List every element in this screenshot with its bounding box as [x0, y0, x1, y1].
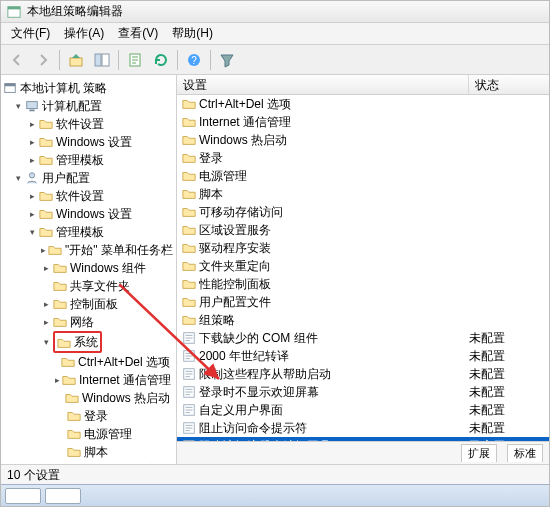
tree-node-system[interactable]: ▾系统 — [3, 331, 174, 353]
list-item[interactable]: 下载缺少的 COM 组件未配置 — [177, 329, 549, 347]
tree-node[interactable]: ▸Windows 设置 — [3, 133, 174, 151]
expand-icon[interactable]: ▸ — [55, 375, 60, 385]
folder-icon — [53, 261, 67, 275]
app-icon — [7, 5, 21, 19]
list-item[interactable]: 区域设置服务 — [177, 221, 549, 239]
tree-node[interactable]: ▸网络 — [3, 313, 174, 331]
tree-node[interactable]: ▸"开始" 菜单和任务栏 — [3, 241, 174, 259]
list-item[interactable]: 限制这些程序从帮助启动未配置 — [177, 365, 549, 383]
list-item[interactable]: Windows 热启动 — [177, 131, 549, 149]
menu-action[interactable]: 操作(A) — [58, 23, 110, 44]
tree-node-computer[interactable]: ▾计算机配置 — [3, 97, 174, 115]
refresh-button[interactable] — [149, 48, 173, 72]
tree-node[interactable]: ▸Internet 通信管理 — [3, 371, 174, 389]
list-item[interactable]: 组策略 — [177, 311, 549, 329]
menu-help[interactable]: 帮助(H) — [166, 23, 219, 44]
tree-node[interactable]: Windows 热启动 — [3, 389, 174, 407]
tree-label: Internet 通信管理 — [79, 371, 171, 389]
settings-list[interactable]: Ctrl+Alt+Del 选项Internet 通信管理Windows 热启动登… — [177, 95, 549, 441]
taskbar-button[interactable] — [5, 488, 41, 504]
tree-pane[interactable]: 本地计算机 策略 ▾计算机配置 ▸软件设置 ▸Windows 设置 ▸管理模板 … — [1, 75, 177, 464]
collapse-icon[interactable]: ▾ — [41, 337, 51, 347]
list-item[interactable]: 文件夹重定向 — [177, 257, 549, 275]
taskbar-button[interactable] — [45, 488, 81, 504]
tree-node[interactable]: ▸管理模板 — [3, 151, 174, 169]
tree-node[interactable]: 共享文件夹 — [3, 277, 174, 295]
expand-icon[interactable]: ▸ — [27, 137, 37, 147]
folder-icon — [67, 463, 81, 464]
list-item[interactable]: Ctrl+Alt+Del 选项 — [177, 95, 549, 113]
svg-rect-1 — [8, 6, 20, 9]
expand-icon[interactable]: ▸ — [41, 317, 51, 327]
taskbar — [1, 484, 549, 506]
filter-button[interactable] — [215, 48, 239, 72]
forward-button[interactable] — [31, 48, 55, 72]
menu-view[interactable]: 查看(V) — [112, 23, 164, 44]
export-button[interactable] — [123, 48, 147, 72]
tab-extended[interactable]: 扩展 — [461, 444, 497, 462]
show-hide-tree-button[interactable] — [90, 48, 114, 72]
list-item[interactable]: 2000 年世纪转译未配置 — [177, 347, 549, 365]
list-item[interactable]: 登录时不显示欢迎屏幕未配置 — [177, 383, 549, 401]
item-label: 可移动存储访问 — [199, 204, 469, 221]
expand-icon[interactable]: ▸ — [27, 191, 37, 201]
collapse-icon[interactable]: ▾ — [13, 101, 23, 111]
collapse-icon[interactable]: ▾ — [27, 227, 37, 237]
item-label: 性能控制面板 — [199, 276, 469, 293]
tree-node[interactable]: ▸软件设置 — [3, 187, 174, 205]
folder-icon — [67, 427, 81, 441]
expand-icon[interactable]: ▸ — [27, 155, 37, 165]
expand-icon[interactable]: ▸ — [27, 119, 37, 129]
tree-node[interactable]: 电源管理 — [3, 425, 174, 443]
item-label: Ctrl+Alt+Del 选项 — [199, 96, 469, 113]
tree-node[interactable]: Ctrl+Alt+Del 选项 — [3, 353, 174, 371]
tree-label: 可移动存储访问 — [84, 461, 168, 464]
expand-icon[interactable]: ▸ — [41, 299, 51, 309]
list-item[interactable]: 自定义用户界面未配置 — [177, 401, 549, 419]
svg-text:?: ? — [191, 55, 197, 66]
folder-icon — [48, 243, 62, 257]
tree-node[interactable]: ▸控制面板 — [3, 295, 174, 313]
tree-node[interactable]: 可移动存储访问 — [3, 461, 174, 464]
tree-label: 登录 — [84, 407, 108, 425]
list-item[interactable]: 用户配置文件 — [177, 293, 549, 311]
list-item[interactable]: 驱动程序安装 — [177, 239, 549, 257]
column-setting[interactable]: 设置 — [177, 75, 469, 94]
tree-node[interactable]: ▾管理模板 — [3, 223, 174, 241]
list-item[interactable]: 性能控制面板 — [177, 275, 549, 293]
tree-node-user[interactable]: ▾用户配置 — [3, 169, 174, 187]
column-state[interactable]: 状态 — [469, 75, 549, 94]
list-item[interactable]: 登录 — [177, 149, 549, 167]
expand-icon[interactable]: ▸ — [41, 245, 46, 255]
collapse-icon[interactable]: ▾ — [13, 173, 23, 183]
item-label: Internet 通信管理 — [199, 114, 469, 131]
back-button[interactable] — [5, 48, 29, 72]
tree-node[interactable]: 登录 — [3, 407, 174, 425]
tree-label: Ctrl+Alt+Del 选项 — [78, 353, 170, 371]
tree-label: 计算机配置 — [42, 97, 102, 115]
tab-standard[interactable]: 标准 — [507, 444, 543, 462]
up-button[interactable] — [64, 48, 88, 72]
menu-file[interactable]: 文件(F) — [5, 23, 56, 44]
item-label: 登录 — [199, 150, 469, 167]
tree-node[interactable]: 脚本 — [3, 443, 174, 461]
item-label: 自定义用户界面 — [199, 402, 469, 419]
tree-node[interactable]: ▸软件设置 — [3, 115, 174, 133]
policy-tree: 本地计算机 策略 ▾计算机配置 ▸软件设置 ▸Windows 设置 ▸管理模板 … — [3, 77, 174, 464]
menu-bar: 文件(F) 操作(A) 查看(V) 帮助(H) — [1, 23, 549, 45]
tree-node[interactable]: ▸Windows 设置 — [3, 205, 174, 223]
item-state: 未配置 — [469, 402, 547, 419]
list-item[interactable]: 阻止访问命令提示符未配置 — [177, 419, 549, 437]
svg-rect-3 — [95, 54, 101, 66]
list-item[interactable]: 脚本 — [177, 185, 549, 203]
list-item[interactable]: Internet 通信管理 — [177, 113, 549, 131]
tree-root[interactable]: 本地计算机 策略 — [3, 79, 174, 97]
tree-node[interactable]: ▸Windows 组件 — [3, 259, 174, 277]
expand-icon[interactable]: ▸ — [27, 209, 37, 219]
list-item[interactable]: 电源管理 — [177, 167, 549, 185]
folder-icon — [39, 225, 53, 239]
expand-icon[interactable]: ▸ — [41, 263, 51, 273]
tab-strip: 扩展 标准 — [177, 441, 549, 464]
list-item[interactable]: 可移动存储访问 — [177, 203, 549, 221]
help-button[interactable]: ? — [182, 48, 206, 72]
